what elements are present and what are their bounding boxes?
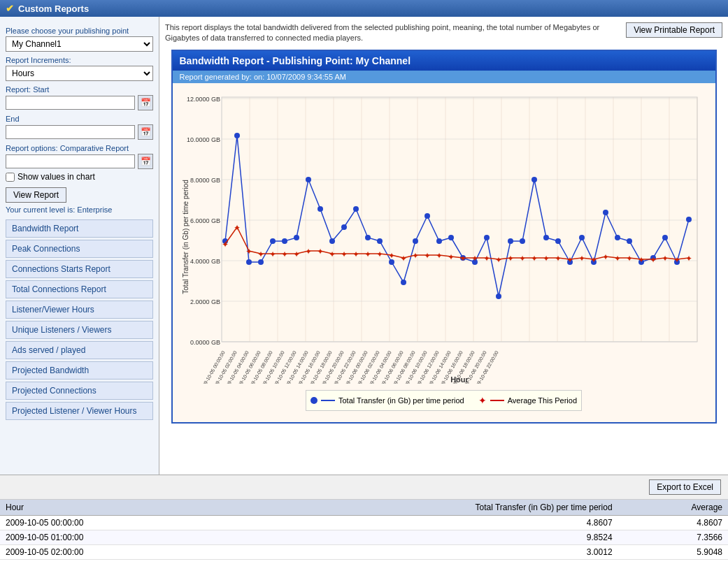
svg-text:4.0000 GB: 4.0000 GB bbox=[190, 258, 220, 265]
nav-ads-served[interactable]: Ads served / played bbox=[6, 341, 153, 359]
publishing-point-label: Please choose your publishing point bbox=[6, 27, 153, 35]
svg-point-56 bbox=[496, 294, 501, 299]
svg-text:✦: ✦ bbox=[376, 250, 383, 259]
svg-text:✦: ✦ bbox=[424, 251, 431, 261]
svg-text:✦: ✦ bbox=[531, 254, 538, 263]
svg-point-65 bbox=[603, 210, 608, 215]
svg-text:✦: ✦ bbox=[566, 255, 573, 265]
data-table: Hour Total Transfer (in Gb) per time per… bbox=[0, 500, 728, 560]
cell-transfer: 9.8524 bbox=[232, 530, 618, 545]
svg-point-37 bbox=[270, 238, 276, 244]
svg-point-39 bbox=[294, 235, 299, 240]
chart-legend: Total Transfer (in Gb) per time period ✦… bbox=[306, 390, 582, 411]
svg-point-58 bbox=[520, 238, 525, 244]
svg-text:✦: ✦ bbox=[448, 252, 455, 262]
end-calendar-button[interactable]: 📅 bbox=[138, 124, 153, 140]
svg-text:✦: ✦ bbox=[281, 250, 288, 259]
publishing-point-select[interactable]: My Channel1 My Channel2 bbox=[6, 36, 153, 52]
nav-projected-connections[interactable]: Projected Connections bbox=[6, 382, 153, 400]
chart-body: Total Transfer (in Gb) per time period bbox=[173, 83, 715, 422]
svg-text:Hour: Hour bbox=[450, 375, 469, 384]
svg-point-36 bbox=[258, 259, 264, 265]
comparative-report-input[interactable] bbox=[6, 154, 135, 168]
svg-point-45 bbox=[365, 235, 371, 240]
svg-point-49 bbox=[413, 238, 418, 244]
export-row: Export to Excel bbox=[0, 475, 728, 500]
table-row: 2009-10-05 01:00:00 9.8524 7.3566 bbox=[0, 530, 728, 545]
legend-blue-item: Total Transfer (in Gb) per time period bbox=[311, 395, 464, 406]
svg-text:✦: ✦ bbox=[578, 254, 585, 263]
svg-point-70 bbox=[662, 235, 668, 240]
svg-text:✦: ✦ bbox=[543, 254, 550, 263]
chart-container: Bandwidth Report - Publishing Point: My … bbox=[171, 50, 717, 424]
svg-point-43 bbox=[341, 224, 347, 230]
nav-total-connections[interactable]: Total Connections Report bbox=[6, 280, 153, 298]
svg-text:10.0000 GB: 10.0000 GB bbox=[186, 136, 220, 143]
export-button[interactable]: Export to Excel bbox=[649, 479, 721, 495]
show-values-label: Show values in chart bbox=[17, 172, 95, 182]
svg-point-48 bbox=[401, 280, 406, 285]
nav-connections-starts[interactable]: Connections Starts Report bbox=[6, 260, 153, 278]
svg-text:✦: ✦ bbox=[685, 254, 692, 263]
report-options-label: Report options: Comparative Report bbox=[6, 144, 153, 152]
svg-point-61 bbox=[555, 238, 561, 244]
enterprise-label: Your current level is: Enterprise bbox=[6, 205, 153, 214]
svg-point-55 bbox=[484, 235, 490, 240]
svg-text:2.0000 GB: 2.0000 GB bbox=[190, 298, 220, 305]
chart-svg: Total Transfer (in Gb) per time period bbox=[180, 90, 711, 384]
legend-red-line bbox=[490, 400, 504, 401]
nav-projected-bandwidth[interactable]: Projected Bandwidth bbox=[6, 361, 153, 379]
svg-text:✦: ✦ bbox=[519, 254, 526, 263]
svg-text:✦: ✦ bbox=[590, 255, 597, 265]
legend-red-label: Average This Period bbox=[508, 396, 577, 405]
nav-peak-connections[interactable]: Peak Connections bbox=[6, 240, 153, 258]
start-calendar-button[interactable]: 📅 bbox=[138, 95, 153, 110]
report-start-label: Report: Start bbox=[6, 85, 153, 94]
app-title: Custom Reports bbox=[18, 3, 89, 14]
svg-point-60 bbox=[543, 235, 549, 240]
view-report-button[interactable]: View Report bbox=[6, 187, 66, 203]
report-start-input[interactable]: 10/05/2009 bbox=[6, 96, 135, 110]
table-row: 2009-10-05 02:00:00 3.0012 5.9048 bbox=[0, 545, 728, 560]
report-end-label: End bbox=[6, 115, 153, 123]
svg-text:✦: ✦ bbox=[650, 255, 657, 265]
col-average: Average bbox=[618, 500, 728, 516]
checkmark-icon: ✔ bbox=[6, 3, 14, 14]
nav-bandwidth-report[interactable]: Bandwidth Report bbox=[6, 219, 153, 238]
report-end-input[interactable]: 10/06/2009 bbox=[6, 125, 135, 139]
svg-text:✦: ✦ bbox=[495, 255, 502, 265]
svg-text:✦: ✦ bbox=[222, 240, 229, 250]
svg-text:✦: ✦ bbox=[662, 254, 669, 263]
nav-unique-listeners[interactable]: Unique Listeners / Viewers bbox=[6, 321, 153, 339]
show-values-checkbox[interactable] bbox=[6, 173, 15, 182]
left-panel: Please choose your publishing point My C… bbox=[0, 17, 159, 475]
svg-text:✦: ✦ bbox=[614, 254, 621, 263]
cell-average: 5.9048 bbox=[618, 545, 728, 560]
svg-text:✦: ✦ bbox=[293, 250, 300, 259]
report-increments-select[interactable]: Hours Days Weeks bbox=[6, 66, 153, 81]
svg-text:0.0000 GB: 0.0000 GB bbox=[190, 339, 220, 346]
col-transfer: Total Transfer (in Gb) per time period bbox=[232, 500, 618, 516]
chart-title: Bandwidth Report - Publishing Point: My … bbox=[173, 51, 715, 71]
chart-subtitle: Report generated by: on: 10/07/2009 9:34… bbox=[173, 71, 715, 83]
comparative-calendar-button[interactable]: 📅 bbox=[138, 154, 153, 169]
svg-text:✦: ✦ bbox=[269, 250, 276, 259]
nav-listener-viewer-hours[interactable]: Listener/Viewer Hours bbox=[6, 301, 153, 319]
svg-point-63 bbox=[579, 235, 585, 240]
svg-text:✦: ✦ bbox=[352, 250, 359, 259]
svg-text:✦: ✦ bbox=[626, 254, 633, 263]
col-hour: Hour bbox=[0, 500, 232, 516]
svg-point-44 bbox=[353, 206, 359, 212]
legend-blue-label: Total Transfer (in Gb) per time period bbox=[338, 396, 464, 405]
legend-blue-dot bbox=[311, 397, 317, 404]
svg-text:6.0000 GB: 6.0000 GB bbox=[190, 217, 220, 224]
legend-red-item: ✦ Average This Period bbox=[478, 395, 577, 406]
svg-text:✦: ✦ bbox=[471, 254, 478, 263]
svg-text:✦: ✦ bbox=[257, 250, 264, 259]
svg-text:✦: ✦ bbox=[412, 251, 419, 261]
svg-text:✦: ✦ bbox=[555, 254, 562, 263]
svg-point-40 bbox=[306, 177, 311, 182]
view-printable-button[interactable]: View Printable Report bbox=[626, 22, 722, 38]
nav-projected-listener[interactable]: Projected Listener / Viewer Hours bbox=[6, 402, 153, 420]
svg-text:✦: ✦ bbox=[673, 255, 680, 265]
